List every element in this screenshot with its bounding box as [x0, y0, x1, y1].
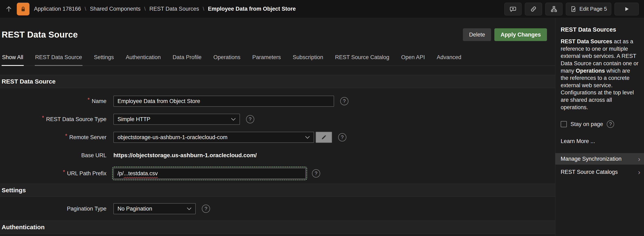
name-field: ?: [114, 96, 555, 107]
tab-operations[interactable]: Operations: [213, 54, 241, 66]
run-page-button[interactable]: [614, 3, 639, 15]
base-url-field: https://objectstorage.us-ashburn-1.oracl…: [114, 152, 555, 159]
remote-server-label: * Remote Server: [0, 134, 106, 141]
rest-data-source-form: * Name ? * REST Data Source Type Simple …: [0, 88, 555, 182]
url-path-help-icon[interactable]: ?: [312, 169, 320, 178]
chevron-right-icon: ›: [638, 169, 640, 175]
menu-item-rest-source-catalogs[interactable]: REST Source Catalogs ›: [555, 166, 644, 178]
type-help-icon[interactable]: ?: [246, 115, 254, 123]
tab-bar: Show All REST Data Source Settings Authe…: [0, 54, 555, 66]
type-field: Simple HTTP ?: [114, 114, 555, 125]
type-selected-value: Simple HTTP: [118, 116, 150, 123]
edit-remote-server-button[interactable]: [316, 132, 332, 143]
base-url-label: Base URL: [0, 152, 106, 159]
tab-subscription[interactable]: Subscription: [292, 54, 324, 66]
section-header-authentication: Authentication: [0, 221, 555, 234]
page-title: REST Data Source: [2, 30, 78, 40]
page-body: REST Data Source Delete Apply Changes Sh…: [0, 18, 644, 236]
form-row-name: * Name ?: [0, 92, 555, 110]
pagination-selected-value: No Pagination: [118, 206, 152, 212]
apply-changes-button[interactable]: Apply Changes: [494, 28, 547, 41]
play-icon: [624, 6, 630, 12]
breadcrumb-current-page: Employee Data from Object Store: [208, 6, 296, 12]
tab-show-all[interactable]: Show All: [2, 54, 24, 66]
pagination-type-select[interactable]: No Pagination: [114, 203, 196, 214]
pencil-icon: [321, 134, 327, 140]
type-label: * REST Data Source Type: [0, 116, 106, 123]
form-row-base-url: Base URL https://objectstorage.us-ashbur…: [0, 146, 555, 164]
topbar-actions: Edit Page 5: [504, 3, 639, 15]
remote-server-selected-value: objectstorage-us-ashburn-1-oraclecloud-c…: [118, 134, 228, 141]
url-path-prefix-input[interactable]: /p/...testdata.csv: [114, 168, 306, 179]
learn-more-link[interactable]: Learn More ...: [561, 138, 639, 145]
breadcrumb-rest-data-sources[interactable]: REST Data Sources: [150, 6, 199, 12]
breadcrumb-shared-components[interactable]: Shared Components: [90, 6, 141, 12]
remote-server-field: objectstorage-us-ashburn-1-oraclecloud-c…: [114, 132, 555, 143]
form-row-type: * REST Data Source Type Simple HTTP ?: [0, 110, 555, 128]
tab-open-api[interactable]: Open API: [401, 54, 426, 66]
breadcrumb-separator: \: [144, 6, 146, 12]
remote-server-help-icon[interactable]: ?: [338, 133, 346, 141]
name-label: * Name: [0, 98, 106, 104]
stay-on-page-help-icon[interactable]: ?: [607, 121, 614, 128]
delete-button[interactable]: Delete: [463, 28, 491, 41]
sidebar-menu: Manage Synchronization › REST Source Cat…: [555, 153, 644, 178]
url-path-prefix-field: /p/...testdata.csv ?: [114, 168, 555, 179]
remote-server-select[interactable]: objectstorage-us-ashburn-1-oraclecloud-c…: [114, 132, 314, 143]
name-help-icon[interactable]: ?: [340, 97, 348, 105]
stay-on-page-label: Stay on page: [570, 121, 603, 128]
menu-item-manage-synchronization[interactable]: Manage Synchronization ›: [555, 153, 644, 165]
shared-components-shortcut-button[interactable]: [545, 3, 562, 15]
url-path-tail: ...testdata.csv: [124, 170, 158, 177]
edit-page-label: Edit Page 5: [580, 6, 607, 12]
feedback-bubble-icon: [510, 6, 516, 13]
tab-rest-data-source[interactable]: REST Data Source: [35, 54, 82, 66]
tab-settings[interactable]: Settings: [94, 54, 114, 66]
required-marker: *: [88, 97, 90, 103]
header-buttons: Delete Apply Changes: [463, 28, 547, 41]
required-marker: *: [42, 115, 44, 121]
tab-rest-source-catalog[interactable]: REST Source Catalog: [335, 54, 390, 66]
link-icon: [530, 6, 537, 13]
pagination-help-icon[interactable]: ?: [202, 205, 210, 213]
tab-advanced[interactable]: Advanced: [436, 54, 462, 66]
name-input[interactable]: [114, 96, 334, 107]
main-content: REST Data Source Delete Apply Changes Sh…: [0, 18, 555, 236]
breadcrumb: Application 178166 \ Shared Components \…: [34, 6, 296, 12]
tab-authentication[interactable]: Authentication: [125, 54, 161, 66]
stay-on-page-checkbox[interactable]: [561, 121, 567, 127]
lock-icon: [20, 6, 26, 13]
edit-page-button[interactable]: Edit Page 5: [566, 3, 611, 15]
help-bold-operations: Operations: [576, 68, 605, 74]
required-marker: *: [65, 133, 67, 139]
breadcrumb-application[interactable]: Application 178166: [34, 6, 81, 12]
sidebar-help-text: REST Data Sources act as a reference to …: [561, 38, 639, 111]
breadcrumb-separator: \: [85, 6, 86, 12]
link-button[interactable]: [525, 3, 542, 15]
settings-form: Pagination Type No Pagination ?: [0, 197, 555, 218]
pagination-type-label: Pagination Type: [0, 206, 106, 212]
chevron-down-icon: [231, 118, 236, 121]
tab-data-profile[interactable]: Data Profile: [172, 54, 202, 66]
tab-parameters[interactable]: Parameters: [252, 54, 282, 66]
base-url-value: https://objectstorage.us-ashburn-1.oracl…: [114, 152, 257, 159]
apex-app-icon[interactable]: [17, 3, 30, 15]
page-header: REST Data Source Delete Apply Changes: [0, 18, 555, 41]
rest-source-type-select[interactable]: Simple HTTP: [114, 114, 240, 125]
section-header-settings: Settings: [0, 184, 555, 197]
stay-on-page-row: Stay on page ?: [561, 121, 639, 128]
url-path-head: /p/: [118, 170, 124, 177]
sidebar-title: REST Data Sources: [561, 26, 639, 33]
up-arrow-icon[interactable]: [5, 6, 12, 13]
section-header-rest-data-source: REST Data Source: [0, 75, 555, 88]
required-marker: *: [63, 169, 65, 175]
chevron-down-icon: [187, 207, 192, 210]
edit-page-icon: [570, 6, 577, 12]
breadcrumb-separator: \: [203, 6, 204, 12]
pagination-type-field: No Pagination ?: [114, 203, 555, 214]
chevron-right-icon: ›: [638, 155, 640, 162]
sitemap-icon: [550, 6, 558, 13]
feedback-button[interactable]: [504, 3, 522, 15]
help-sidebar: REST Data Sources REST Data Sources act …: [555, 18, 644, 236]
chevron-down-icon: [305, 136, 310, 139]
